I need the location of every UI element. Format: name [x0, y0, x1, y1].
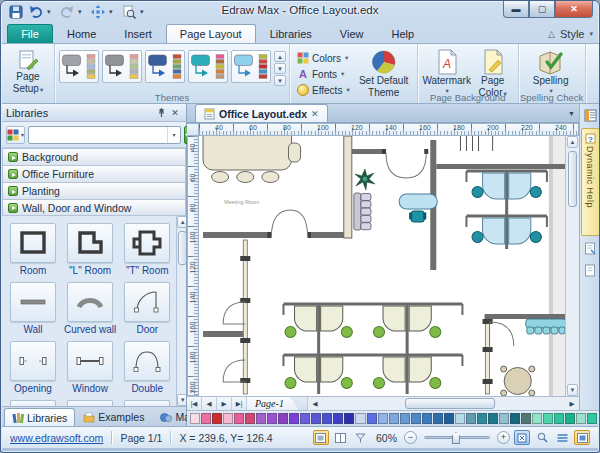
page-setup-button[interactable]: Page Setup▾: [6, 47, 50, 96]
library-category-wall-door-and-window[interactable]: Wall, Door and Window: [2, 199, 186, 216]
palette-swatch[interactable]: [256, 413, 266, 424]
cavity-wall[interactable]: [344, 136, 352, 238]
style-dropdown-icon[interactable]: ▾: [589, 30, 593, 38]
scroll-right-icon[interactable]: ▶: [565, 397, 579, 410]
palette-swatch[interactable]: [311, 413, 321, 424]
colors-button[interactable]: Colors▾: [294, 51, 353, 65]
zoom-in-icon[interactable]: +: [497, 431, 510, 444]
palette-swatch[interactable]: [554, 413, 564, 424]
palette-swatch[interactable]: [322, 413, 332, 424]
close-button[interactable]: ✕: [555, 1, 593, 18]
shape-t-room[interactable]: "T" Room: [124, 223, 170, 276]
palette-swatch[interactable]: [190, 413, 200, 424]
fullscreen-icon[interactable]: [574, 430, 590, 445]
sofa[interactable]: [354, 193, 371, 230]
shape-opening[interactable]: Opening: [10, 341, 56, 394]
themes-scroll-down-icon[interactable]: ▼: [274, 63, 286, 74]
palette-swatch[interactable]: [333, 413, 343, 424]
palette-swatch[interactable]: [488, 413, 498, 424]
scrollbar-thumb[interactable]: [405, 398, 495, 409]
tab-libraries[interactable]: Libraries: [256, 24, 326, 43]
theme-thumbnail-5[interactable]: [231, 50, 271, 83]
palette-swatch[interactable]: [234, 413, 244, 424]
tab-insert[interactable]: Insert: [110, 24, 166, 43]
palette-swatch[interactable]: [367, 413, 377, 424]
bottom-tab-libraries[interactable]: Libraries: [4, 408, 75, 426]
palette-swatch[interactable]: [521, 413, 531, 424]
palette-swatch[interactable]: [587, 413, 597, 424]
palette-swatch[interactable]: [201, 413, 211, 424]
palette-swatch[interactable]: [378, 413, 388, 424]
clipboard-icon[interactable]: [581, 239, 599, 258]
zoom-area-icon[interactable]: [534, 430, 550, 445]
palette-swatch[interactable]: [411, 413, 421, 424]
themes-scroll-up-icon[interactable]: ▲: [274, 51, 286, 62]
library-menu-button[interactable]: ▾: [6, 126, 25, 144]
tab-file[interactable]: File: [7, 24, 53, 43]
fonts-button[interactable]: A Fonts▾: [294, 67, 353, 81]
couch[interactable]: [526, 319, 565, 334]
bottom-tab-examples[interactable]: Examples: [75, 408, 152, 426]
palette-swatch[interactable]: [455, 413, 465, 424]
tab-view[interactable]: View: [326, 24, 378, 43]
library-search-input[interactable]: [29, 129, 167, 140]
help-panel-icon[interactable]: [581, 106, 599, 125]
palette-swatch[interactable]: [433, 413, 443, 424]
set-default-theme-button[interactable]: Set Default Theme: [355, 47, 413, 100]
shape-double-door[interactable]: Double: [124, 341, 170, 394]
library-search-combobox[interactable]: ▾: [28, 126, 181, 144]
library-category-planting[interactable]: Planting: [2, 182, 186, 199]
page-view-icon[interactable]: [333, 430, 349, 445]
theme-thumbnail-2[interactable]: [102, 50, 142, 83]
palette-swatch[interactable]: [576, 413, 586, 424]
palette-swatch[interactable]: [565, 413, 575, 424]
combo-dropdown-icon[interactable]: ▾: [167, 127, 180, 143]
tab-help[interactable]: Help: [377, 24, 428, 43]
effects-button[interactable]: Effects▾: [294, 83, 353, 97]
spelling-button[interactable]: Spelling▾: [527, 47, 575, 96]
zoom-out-icon[interactable]: −: [404, 431, 417, 444]
shape-l-room[interactable]: "L" Room: [64, 223, 116, 276]
palette-swatch[interactable]: [344, 413, 354, 424]
shape-window[interactable]: Window: [64, 341, 116, 394]
palette-swatch[interactable]: [389, 413, 399, 424]
zoom-slider-thumb[interactable]: [452, 432, 460, 444]
palette-swatch[interactable]: [543, 413, 553, 424]
scroll-down-icon[interactable]: ▼: [177, 394, 186, 406]
shape-door[interactable]: Door: [124, 282, 170, 335]
shape-room[interactable]: Room: [10, 223, 56, 276]
palette-swatch[interactable]: [422, 413, 432, 424]
floor-plan[interactable]: Meeting Room: [199, 136, 565, 396]
shape-curved-wall[interactable]: Curved wall: [64, 282, 116, 335]
theme-thumbnail-3[interactable]: [145, 50, 185, 83]
pin-icon[interactable]: [154, 106, 168, 119]
style-button[interactable]: Style: [560, 28, 584, 40]
palette-swatch[interactable]: [466, 413, 476, 424]
tab-home[interactable]: Home: [53, 24, 110, 43]
scrollbar-thumb[interactable]: [178, 231, 186, 265]
last-page-icon[interactable]: ▶|: [232, 397, 247, 410]
palette-swatch[interactable]: [510, 413, 520, 424]
palette-swatch[interactable]: [300, 413, 310, 424]
palette-swatch[interactable]: [477, 413, 487, 424]
library-category-background[interactable]: Background: [2, 148, 186, 165]
pages-icon[interactable]: [554, 430, 570, 445]
prev-page-icon[interactable]: ◀: [202, 397, 217, 410]
shape-wall[interactable]: Wall: [10, 282, 56, 335]
libraries-scrollbar[interactable]: ▲ ▼: [176, 216, 186, 406]
tab-list-icon[interactable]: ▼: [568, 110, 575, 117]
drawing-area[interactable]: Meeting Room: [199, 136, 565, 396]
maximize-button[interactable]: ▢: [529, 1, 555, 18]
theme-thumbnail-4[interactable]: [188, 50, 228, 83]
horizontal-scrollbar[interactable]: ◀ ▶: [307, 397, 579, 410]
document-page-icon[interactable]: [581, 261, 599, 280]
first-page-icon[interactable]: |◀: [187, 397, 202, 410]
palette-swatch[interactable]: [245, 413, 255, 424]
palette-swatch[interactable]: [289, 413, 299, 424]
theme-thumbnail-1[interactable]: [59, 50, 99, 83]
palette-swatch[interactable]: [444, 413, 454, 424]
collapse-ribbon-icon[interactable]: △: [548, 29, 555, 39]
next-page-icon[interactable]: ▶: [217, 397, 232, 410]
scroll-left-icon[interactable]: ◀: [308, 397, 322, 410]
palette-swatch[interactable]: [223, 413, 233, 424]
